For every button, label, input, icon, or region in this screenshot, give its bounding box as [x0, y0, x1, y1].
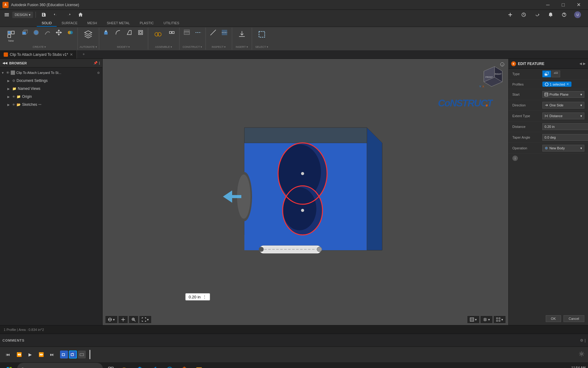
section-analysis-button[interactable] — [219, 28, 230, 37]
new-component-button[interactable]: New — [3, 28, 19, 44]
clock[interactable]: 11:54 AM 5/13/2023 — [571, 366, 586, 368]
grid-button[interactable]: ▾ — [480, 316, 493, 324]
info-icon[interactable]: i — [512, 155, 518, 161]
play-button[interactable]: ▶ — [26, 350, 34, 359]
new-tab-plus[interactable]: + — [78, 51, 89, 58]
undo-button[interactable] — [51, 11, 62, 18]
sweep-button[interactable] — [42, 28, 53, 37]
system-tray-chevron[interactable] — [544, 363, 550, 368]
automate-button[interactable] — [80, 28, 96, 40]
document-tab[interactable]: Clip To Attach Lanyard To Stubs v1* ✕ — [0, 50, 77, 59]
fillet-button[interactable] — [112, 28, 123, 37]
volume-icon[interactable] — [561, 363, 567, 368]
extent-type-dropdown[interactable]: Distance ▾ — [542, 113, 584, 119]
comments-settings-icon[interactable]: ⚙ — [580, 338, 583, 343]
chamfer-button[interactable] — [124, 28, 135, 37]
tab-surface[interactable]: SURFACE — [57, 20, 82, 27]
timeline-feature-1[interactable] — [60, 351, 68, 358]
user-avatar[interactable]: U — [572, 10, 583, 19]
fit-button[interactable]: ▾ — [139, 316, 152, 324]
pan-button[interactable] — [118, 316, 128, 324]
shell-button[interactable] — [135, 28, 146, 37]
browser-item-origin[interactable]: ▶ 👁 📁 Origin — [0, 93, 102, 101]
browser-item-sketches[interactable]: ▶ 👁 📂 Sketches ••• — [0, 101, 102, 109]
distance-input[interactable] — [542, 123, 588, 130]
press-pull-button[interactable] — [101, 28, 112, 37]
play-prev-button[interactable]: ⏪ — [15, 350, 23, 359]
timeline-settings-icon[interactable] — [579, 351, 584, 358]
close-button[interactable]: ✕ — [571, 0, 586, 10]
explorer-button[interactable] — [119, 363, 132, 368]
minimize-button[interactable]: ─ — [541, 0, 555, 10]
vscode-button[interactable] — [148, 363, 162, 368]
start-button[interactable] — [2, 363, 16, 368]
app-menu-button[interactable] — [2, 11, 11, 18]
browser-item-document-settings[interactable]: ▶ ⚙ Document Settings — [0, 77, 102, 85]
network-icon[interactable] — [552, 363, 558, 368]
tab-solid[interactable]: SOLID — [37, 20, 57, 27]
ok-button[interactable]: OK — [546, 315, 561, 322]
new-tab-button[interactable] — [505, 11, 516, 18]
environment-button[interactable]: ▾ — [493, 316, 506, 324]
root-options-icon[interactable]: ⚙ — [97, 71, 100, 75]
display-mode-button[interactable]: ▾ — [467, 316, 480, 324]
recent-files-button[interactable] — [518, 11, 529, 18]
dell-button[interactable] — [163, 363, 176, 368]
tab-plastic[interactable]: PLASTIC — [135, 20, 159, 27]
timeline-feature-3[interactable] — [78, 351, 86, 358]
midplane-button[interactable] — [193, 28, 204, 37]
extrude-button[interactable] — [19, 28, 30, 37]
collapse-left-icon[interactable]: ◀◀ — [2, 61, 7, 65]
save-button[interactable] — [38, 11, 49, 18]
thin-extrude-type-button[interactable] — [552, 71, 560, 77]
tab-sheet-metal[interactable]: SHEET METAL — [102, 20, 135, 27]
eye-icon[interactable]: 👁 — [6, 71, 9, 75]
file-manager-button[interactable] — [192, 363, 206, 368]
home-button[interactable] — [75, 11, 86, 18]
play-start-button[interactable]: ⏮ — [4, 350, 12, 359]
task-view-button[interactable] — [104, 363, 118, 368]
profiles-badge[interactable]: 1 selected ✕ — [542, 82, 571, 87]
viewport[interactable]: ⌂ FRONT RIGHT Y X CoNSTRUCT . — [103, 59, 508, 325]
search-button[interactable]: Search — [17, 363, 103, 368]
extrude-type-button[interactable] — [542, 71, 551, 77]
play-end-button[interactable]: ⏭ — [48, 350, 56, 359]
browser-collapse-icon[interactable]: | — [99, 61, 100, 65]
measure-button[interactable] — [208, 28, 219, 37]
browser-item-named-views[interactable]: ▶ 📁 Named Views — [0, 85, 102, 93]
rigid-group-button[interactable] — [166, 28, 177, 37]
orbit-button[interactable]: ▾ — [105, 316, 118, 324]
edge-button[interactable] — [134, 363, 147, 368]
operation-dropdown[interactable]: New Body ▾ — [542, 145, 584, 151]
updates-button[interactable] — [532, 11, 543, 18]
panel-expand-right[interactable]: ▶ — [583, 62, 586, 65]
zoom-button[interactable] — [129, 316, 138, 324]
taper-angle-input[interactable] — [542, 134, 588, 141]
insert-button[interactable] — [234, 28, 250, 40]
timeline-feature-2[interactable] — [69, 351, 77, 358]
tab-mesh[interactable]: MESH — [82, 20, 102, 27]
revolve-button[interactable] — [31, 28, 42, 37]
select-button[interactable] — [254, 28, 270, 40]
offset-plane-button[interactable] — [181, 28, 192, 37]
move-button[interactable] — [53, 28, 64, 37]
cancel-button[interactable]: Cancel — [564, 315, 584, 322]
browser-root-item[interactable]: ▼ 👁 Clip To Attach Lanyard To St... ⚙ — [0, 69, 102, 77]
panel-collapse-left[interactable]: ◀ — [579, 62, 582, 65]
tab-close-button[interactable]: ✕ — [70, 52, 73, 57]
maximize-button[interactable]: □ — [556, 0, 570, 10]
redo-button[interactable] — [63, 11, 74, 18]
measurement-options-icon[interactable]: ⋮ — [202, 294, 207, 299]
eye-icon-origin[interactable]: 👁 — [12, 95, 15, 98]
tab-utilities[interactable]: UTILITIES — [159, 20, 184, 27]
play-next-button[interactable]: ⏩ — [37, 350, 45, 359]
browser-pin-icon[interactable]: 📌 — [93, 61, 98, 65]
combine-button[interactable] — [65, 28, 76, 37]
direction-dropdown[interactable]: One Side ▾ — [542, 102, 584, 109]
profiles-clear-button[interactable]: ✕ — [566, 82, 569, 86]
fusion360-taskbar-button[interactable]: A — [178, 363, 191, 368]
viewcube[interactable]: ⌂ FRONT RIGHT Y X — [478, 62, 505, 90]
notifications-button[interactable] — [545, 11, 556, 18]
start-dropdown[interactable]: Profile Plane ▾ — [542, 91, 584, 98]
eye-icon-sketches[interactable]: 👁 — [12, 103, 15, 106]
